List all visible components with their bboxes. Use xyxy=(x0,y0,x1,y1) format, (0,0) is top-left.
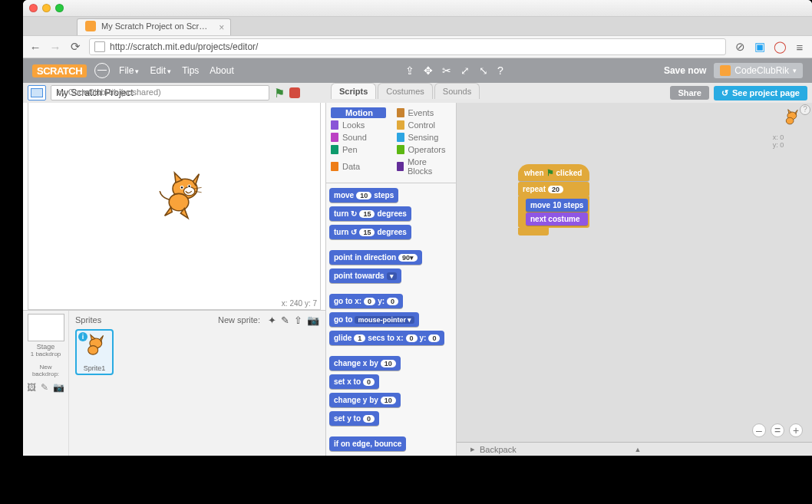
paint-sprite-icon[interactable]: ✎ xyxy=(281,315,289,326)
block-turn-ccw[interactable]: turn↺15degrees xyxy=(329,225,411,239)
fullscreen-stage-button[interactable] xyxy=(28,85,46,100)
help-icon[interactable]: ? xyxy=(497,64,503,77)
block-goto-mouse[interactable]: go tomouse-pointer ▾ xyxy=(329,312,419,327)
paint-backdrop-icon[interactable]: ✎ xyxy=(41,382,48,393)
stage-coords: x: 240 y: 7 xyxy=(282,299,317,308)
sprite-name: Sprite1 xyxy=(84,364,106,372)
browser-toolbar: ← → ⟳ http://scratch.mit.edu/projects/ed… xyxy=(23,35,812,58)
block-set-x[interactable]: set x to0 xyxy=(329,374,379,389)
green-flag-icon[interactable]: ⚑ xyxy=(274,86,285,100)
cat-motion[interactable]: Motion xyxy=(331,107,386,118)
mac-titlebar xyxy=(23,0,812,17)
block-move-steps-in-script[interactable]: move10steps xyxy=(526,199,588,212)
browser-tab[interactable]: My Scratch Project on Scr… × xyxy=(77,18,231,35)
stamp-icon[interactable]: ⇪ xyxy=(405,64,414,77)
stage-thumbnail[interactable] xyxy=(28,314,64,341)
cat-icon xyxy=(781,107,801,128)
close-window-icon[interactable] xyxy=(29,4,38,12)
back-icon[interactable]: ← xyxy=(29,41,41,54)
cat-operators[interactable]: Operators xyxy=(397,144,452,155)
delete-icon[interactable]: ✂ xyxy=(442,64,451,77)
grow-icon[interactable]: ⤢ xyxy=(460,64,470,77)
browser-window: My Scratch Project on Scr… × ← → ⟳ http:… xyxy=(23,0,812,456)
zoom-reset-icon[interactable]: = xyxy=(771,423,784,437)
block-change-y[interactable]: change y by10 xyxy=(329,393,401,407)
block-turn-cw[interactable]: turn↻15degrees xyxy=(329,206,411,221)
cat-sensing[interactable]: Sensing xyxy=(397,132,452,143)
sprite-item[interactable]: i Sprite1 xyxy=(75,329,114,375)
opera-icon[interactable]: ◯ xyxy=(774,40,786,54)
block-move-steps[interactable]: move10steps xyxy=(329,188,398,203)
cat-more[interactable]: More Blocks xyxy=(397,156,452,176)
new-backdrop-label: New backdrop: xyxy=(26,364,65,377)
cat-pen[interactable]: Pen xyxy=(331,144,386,155)
block-point-towards[interactable]: point towards▾ xyxy=(329,268,401,283)
block-next-costume[interactable]: next costume xyxy=(526,212,588,226)
stage[interactable]: x: 240 y: 7 xyxy=(28,103,321,310)
tab-sounds[interactable]: Sounds xyxy=(434,83,480,99)
minimize-window-icon[interactable] xyxy=(42,4,51,12)
tab-costumes[interactable]: Costumes xyxy=(378,83,433,99)
block-goto-xy[interactable]: go to x:0y:0 xyxy=(329,294,403,308)
tab-strip: My Scratch Project on Scr… × xyxy=(23,17,812,35)
tab-scripts[interactable]: Scripts xyxy=(331,83,376,99)
duplicate-icon[interactable]: ✥ xyxy=(424,64,433,77)
block-glide[interactable]: glide1secs to x:0y:0 xyxy=(329,331,444,345)
zoom-out-icon[interactable]: – xyxy=(752,423,766,437)
block-repeat[interactable]: repeat20 xyxy=(518,182,589,196)
sprite-panel: Stage 1 backdrop New backdrop: 🖼 ✎ 📷 Spr… xyxy=(23,310,325,456)
forward-icon[interactable]: → xyxy=(49,41,61,54)
tab-close-icon[interactable]: × xyxy=(219,22,224,33)
user-menu[interactable]: CodeClubRik ▾ xyxy=(714,63,803,78)
block-set-y[interactable]: set y to0 xyxy=(329,411,379,426)
menu-edit[interactable]: Edit▾ xyxy=(150,65,171,76)
choose-sprite-icon[interactable]: ✦ xyxy=(268,315,276,326)
see-project-page-button[interactable]: ↺ See project page xyxy=(714,86,807,100)
block-when-flag-clicked[interactable]: when⚑clicked xyxy=(518,164,589,181)
stage-label: Stage xyxy=(26,343,65,351)
sprite-on-stage[interactable] xyxy=(151,164,213,226)
choose-backdrop-icon[interactable]: 🖼 xyxy=(27,382,36,393)
language-globe-icon[interactable] xyxy=(94,63,110,78)
menu-about[interactable]: About xyxy=(210,65,233,76)
zoom-window-icon[interactable] xyxy=(55,4,64,12)
reload-icon[interactable]: ⟳ xyxy=(69,40,81,54)
svg-point-10 xyxy=(88,346,98,355)
block-edge-bounce[interactable]: if on edge, bounce xyxy=(329,436,406,451)
block-point-direction[interactable]: point in direction90▾ xyxy=(329,250,422,265)
no-track-icon[interactable]: ⊘ xyxy=(734,40,746,54)
save-now[interactable]: Save now xyxy=(664,65,706,76)
cat-sound[interactable]: Sound xyxy=(331,132,386,143)
menu-file[interactable]: File▾ xyxy=(119,65,139,76)
cat-events[interactable]: Events xyxy=(397,107,452,118)
scratch-logo[interactable]: SCRATCH xyxy=(32,64,87,77)
stage-column: Stage 1 backdrop New backdrop: 🖼 ✎ 📷 xyxy=(23,311,69,456)
scripts-area[interactable]: ? x: 0 y: 0 when⚑clicked repeat20 move10… xyxy=(457,103,812,456)
camera-backdrop-icon[interactable]: 📷 xyxy=(53,382,64,393)
upload-sprite-icon[interactable]: ⇧ xyxy=(294,315,302,326)
backpack-label: Backpack xyxy=(480,445,517,454)
category-selector: Motion Events Looks Control Sound Sensin… xyxy=(326,103,456,183)
stop-icon[interactable] xyxy=(289,87,300,98)
cat-control[interactable]: Control xyxy=(397,120,452,130)
menu-tips[interactable]: Tips xyxy=(182,65,199,76)
left-column: x: 240 y: 7 Stage 1 backdrop New backdro… xyxy=(23,103,326,456)
url-field[interactable]: http://scratch.mit.edu/projects/editor/ xyxy=(89,38,726,55)
new-backdrop-icons: 🖼 ✎ 📷 xyxy=(26,382,65,393)
block-change-x[interactable]: change x by10 xyxy=(329,356,401,371)
backpack-bar[interactable]: ▸ Backpack ▲ xyxy=(457,442,812,456)
username: CodeClubRik xyxy=(734,65,789,76)
camera-sprite-icon[interactable]: 📷 xyxy=(307,315,319,326)
blocks-palette: Motion Events Looks Control Sound Sensin… xyxy=(326,103,457,456)
sprite-info-icon[interactable]: i xyxy=(78,332,87,341)
editor-tabs: Scripts Costumes Sounds xyxy=(331,83,480,99)
cat-data[interactable]: Data xyxy=(331,156,386,176)
script-stack[interactable]: when⚑clicked repeat20 move10steps next c… xyxy=(518,164,589,236)
zoom-in-icon[interactable]: + xyxy=(789,423,803,437)
menu-icon[interactable]: ≡ xyxy=(794,41,806,54)
shrink-icon[interactable]: ⤡ xyxy=(479,64,488,77)
help-bubble-icon[interactable]: ? xyxy=(800,104,810,115)
cat-looks[interactable]: Looks xyxy=(331,120,386,130)
share-button[interactable]: Share xyxy=(670,86,709,100)
twitter-icon[interactable]: ▣ xyxy=(754,40,766,54)
